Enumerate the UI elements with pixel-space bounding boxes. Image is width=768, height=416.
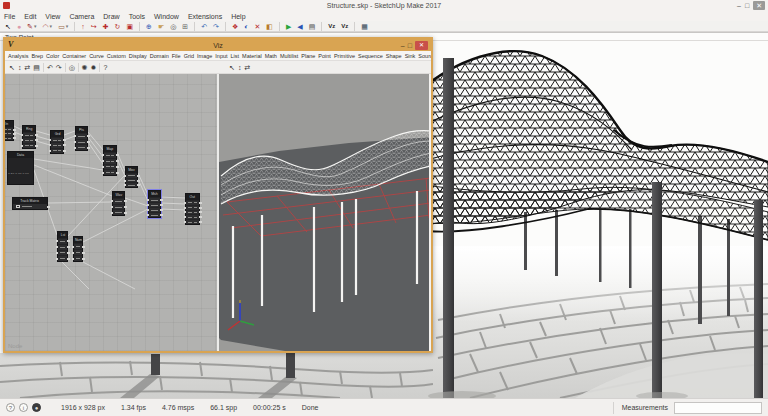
viz-menu-custom[interactable]: Custom	[107, 53, 126, 59]
menu-camera[interactable]: Camera	[69, 13, 94, 20]
node-port-row[interactable]	[5, 136, 13, 140]
viz-node-n6[interactable]: Wav	[112, 191, 125, 216]
viz-menu-sequence[interactable]: Sequence	[358, 53, 383, 59]
paint-bucket-tool-icon[interactable]: ▣	[124, 21, 135, 31]
viz-menu-display[interactable]: Display	[129, 53, 147, 59]
rotate-tool-icon[interactable]: ↻	[113, 21, 123, 31]
viz-menu-domain[interactable]: Domain	[150, 53, 169, 59]
viz-maximize-icon[interactable]: □	[408, 41, 412, 50]
viz-node-n5[interactable]: Mov	[125, 166, 138, 188]
viz-title-bar[interactable]: V Viz – □ ✕	[5, 39, 431, 51]
viz-menu-brep[interactable]: Brep	[31, 53, 43, 59]
viz-menu-point[interactable]: Point	[318, 53, 331, 59]
viz-menu-analysis[interactable]: Analysis	[8, 53, 28, 59]
viz-node-editor[interactable]: Node InRngGrdPtsMapMovWavMshOutData0.00 …	[5, 74, 217, 351]
menu-help[interactable]: Help	[231, 13, 245, 20]
model-viewport[interactable]: Two Point V Viz – □ ✕ AnalysisBrepColorC…	[0, 32, 768, 398]
viz-node-n9[interactable]: Data0.00 0.00 0.000.25 0.00 0.000.50 0.0…	[7, 151, 34, 185]
dropdown-arrow-icon[interactable]: ▾	[50, 23, 53, 29]
viz-menu-shape[interactable]: Shape	[386, 53, 402, 59]
viz-menu-math[interactable]: Math	[265, 53, 277, 59]
add-location-icon[interactable]: ▶	[284, 21, 293, 31]
menu-window[interactable]: Window	[154, 13, 179, 20]
viz-render-icon[interactable]: ✹	[91, 62, 97, 73]
viz-close-icon[interactable]: ✕	[415, 41, 428, 50]
viz-menu-file[interactable]: File	[172, 53, 181, 59]
viz-3d-preview[interactable]	[217, 74, 429, 351]
arc-tool-icon[interactable]: ◠▾	[41, 21, 55, 31]
orbit-tool-icon[interactable]: ⊕	[144, 21, 154, 31]
viz-menu-list[interactable]: List	[231, 53, 240, 59]
line-tool-icon[interactable]: ✎▾	[25, 21, 38, 31]
menu-tools[interactable]: Tools	[129, 13, 145, 20]
viz-menu-source[interactable]: Source	[418, 53, 431, 59]
minimize-icon[interactable]: –	[737, 1, 741, 10]
node-port-row[interactable]	[126, 182, 137, 187]
viz-connect-icon[interactable]: ⇄	[24, 62, 30, 73]
toggle-terrain-icon[interactable]: ◀	[295, 21, 304, 31]
menu-file[interactable]: File	[4, 13, 15, 20]
viz-node-n3[interactable]: Pts	[75, 126, 88, 151]
zoom-tool-icon[interactable]: ◎	[168, 21, 178, 31]
section-plane-icon[interactable]: ◧	[264, 21, 275, 31]
viz-zoom-icon[interactable]: ◎	[69, 62, 75, 73]
viz-view-orbit-icon[interactable]: ↕	[238, 62, 242, 73]
viz-launch-icon[interactable]: Vz	[326, 21, 337, 31]
viz-undo-icon[interactable]: ↶	[47, 62, 53, 73]
viz-menu-primitive[interactable]: Primitive	[334, 53, 355, 59]
viz-menu-multilist[interactable]: Multilist	[280, 53, 298, 59]
measurements-input[interactable]	[674, 402, 762, 414]
viz-node-n10[interactable]: Track Matrix	[12, 197, 48, 210]
node-port-row[interactable]	[104, 169, 116, 175]
position-camera-icon[interactable]: ❖	[230, 21, 240, 31]
rectangle-tool-icon[interactable]: ▭▾	[56, 21, 70, 31]
move-tool-icon[interactable]: ✚	[101, 21, 111, 31]
dropdown-arrow-icon[interactable]: ▾	[34, 23, 37, 29]
node-port-row[interactable]	[51, 148, 63, 153]
viz-select-icon[interactable]: ↖	[9, 62, 15, 73]
viz-menu-image[interactable]: Image	[197, 53, 212, 59]
viz-minimize-icon[interactable]: –	[401, 41, 405, 50]
viz-view-pan-icon[interactable]: ⇄	[244, 62, 250, 73]
viz-document-icon[interactable]: ▤	[33, 62, 40, 73]
info-icon[interactable]: i	[19, 403, 28, 412]
geolocation-icon[interactable]: ●	[32, 403, 41, 412]
viz-node-n12[interactable]: Num	[73, 236, 83, 262]
node-port-row[interactable]	[76, 144, 87, 150]
node-port-row[interactable]	[58, 255, 67, 261]
viz-menu-sink[interactable]: Sink	[405, 53, 416, 59]
viz-move-icon[interactable]: ↕	[18, 62, 22, 73]
help-icon[interactable]: ?	[6, 403, 15, 412]
viz-update-icon[interactable]: ✺	[82, 62, 88, 73]
viz-menu-grid[interactable]: Grid	[184, 53, 194, 59]
menu-view[interactable]: View	[45, 13, 60, 20]
menu-edit[interactable]: Edit	[24, 13, 36, 20]
maximize-icon[interactable]: □	[745, 1, 749, 10]
next-view-icon[interactable]: ↷	[211, 21, 221, 31]
viz-node-n7[interactable]: Msh	[148, 190, 161, 218]
close-icon[interactable]: ✕	[753, 1, 765, 10]
viz-node-n2[interactable]: Grd	[50, 130, 64, 154]
pan-tool-icon[interactable]: ☛	[156, 21, 166, 31]
zoom-extents-tool-icon[interactable]: ⊞	[180, 21, 190, 31]
viz-node-n0[interactable]: In	[5, 120, 14, 141]
viz-node-n11[interactable]: Lst	[57, 231, 68, 262]
node-port-row[interactable]	[113, 209, 124, 215]
follow-me-tool-icon[interactable]: ↪	[89, 21, 99, 31]
node-port-row[interactable]	[23, 143, 35, 148]
node-port-row[interactable]	[149, 212, 160, 217]
extension-icon[interactable]: ▦	[359, 21, 370, 31]
eraser-tool-icon[interactable]: ●	[15, 21, 23, 31]
select-tool-icon[interactable]: ↖	[3, 21, 13, 31]
viz-menu-input[interactable]: Input	[215, 53, 227, 59]
menu-draw[interactable]: Draw	[103, 13, 119, 20]
previous-view-icon[interactable]: ↶	[199, 21, 209, 31]
viz-node-n1[interactable]: Rng	[22, 125, 36, 149]
viz-redo-icon[interactable]: ↷	[56, 62, 62, 73]
viz-menu-color[interactable]: Color	[46, 53, 59, 59]
viz-node-n4[interactable]: Map	[103, 145, 117, 176]
viz-menu-material[interactable]: Material	[242, 53, 262, 59]
walk-tool-icon[interactable]: ✕	[252, 21, 262, 31]
viz-menu-plane[interactable]: Plane	[301, 53, 315, 59]
viz-help-icon[interactable]: ?	[103, 62, 107, 73]
